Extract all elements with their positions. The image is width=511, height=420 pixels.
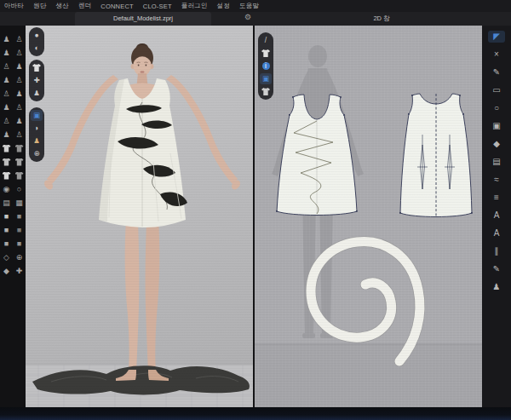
library-garment-icon[interactable]	[0, 141, 13, 155]
show-mannequin-icon[interactable]: ♟	[31, 135, 43, 147]
annotation-tool-icon[interactable]: ▤	[488, 156, 505, 168]
library-pose-icon[interactable]: ♟	[0, 73, 13, 87]
menu-closet[interactable]: CLO-SET	[143, 3, 172, 10]
pattern-info-icon[interactable]: i	[260, 60, 272, 72]
render-style-icon[interactable]: ◐	[31, 43, 43, 54]
edit-curve-icon[interactable]: /	[260, 35, 272, 46]
rectangle-tool-icon[interactable]: ▭	[488, 84, 505, 96]
library-pose-icon[interactable]: ♙	[13, 32, 26, 46]
library-pose-icon[interactable]: ♟	[13, 114, 26, 128]
library-garment-icon[interactable]	[13, 169, 26, 182]
grade-tool-icon[interactable]: A	[488, 227, 505, 239]
menu-render[interactable]: 렌더	[78, 2, 91, 10]
3d-viewport[interactable]: ●◐ ✚♟ ▣◗♟⊕	[26, 26, 253, 407]
library-pose-icon[interactable]: ♙	[13, 128, 26, 141]
show-avatar-icon[interactable]: ♟	[31, 88, 43, 99]
menu-avatar[interactable]: 아바타	[4, 2, 24, 10]
tab-bar: Default_Modelist.zprj ⚙ 2D 창	[0, 12, 511, 26]
2d-toolbar: /i▣	[258, 32, 273, 100]
transform-pattern-icon[interactable]: ◤	[488, 31, 505, 43]
library-buttonhole-icon[interactable]: ○	[13, 182, 26, 196]
brush-tool-icon[interactable]: ✎	[488, 263, 505, 275]
library-pose-icon[interactable]: ♟	[0, 46, 13, 60]
library-fabric-swatch-icon[interactable]: ■	[13, 223, 26, 237]
library-pose-icon[interactable]: ♙	[13, 46, 26, 60]
edit-pattern-icon[interactable]: ×	[488, 49, 505, 60]
library-pose-icon[interactable]: ♙	[13, 101, 26, 114]
library-hardware-icon[interactable]: ◇	[0, 250, 13, 264]
application-window: 아바타원단생산렌더CONNECTCLO-SET플러그인설정도움말 Default…	[0, 0, 511, 420]
library-fabric-swatch-icon[interactable]: ■	[0, 237, 13, 250]
garment-3d-dress[interactable]	[99, 78, 187, 227]
menu-settings[interactable]: 설정	[217, 2, 230, 10]
library-pose-icon[interactable]: ♟	[0, 101, 13, 114]
circle-tool-icon[interactable]: ○	[488, 102, 505, 114]
library-garment-icon[interactable]	[0, 169, 13, 182]
show-stitches-icon[interactable]: ◗	[31, 123, 43, 134]
menu-production[interactable]: 생산	[56, 2, 69, 10]
library-puckering-icon[interactable]: ▦	[13, 196, 26, 210]
edit-curve-icon[interactable]: ✎	[488, 66, 505, 78]
library-pose-icon[interactable]: ♟	[0, 32, 13, 46]
library-pose-icon[interactable]: ♙	[0, 60, 13, 73]
image-tool-icon[interactable]: ▣	[488, 120, 505, 132]
menu-fabric[interactable]: 원단	[33, 2, 46, 10]
library-pose-icon[interactable]: ♙	[13, 73, 26, 87]
pattern-back[interactable]	[399, 94, 473, 217]
library-pose-icon[interactable]: ♟	[0, 128, 13, 141]
barcode-tool-icon[interactable]: ∥	[488, 245, 505, 257]
3d-toolbar-view: ●◐	[29, 27, 44, 56]
scene-view-icon[interactable]: ●	[31, 30, 43, 41]
show-environment-icon[interactable]: ⊕	[31, 148, 43, 159]
library-button-icon[interactable]: ◉	[0, 182, 13, 196]
library-garment-icon[interactable]	[13, 155, 26, 169]
2d-viewport[interactable]: /i▣	[255, 26, 482, 407]
seam-tool-icon[interactable]: ≈	[488, 174, 505, 186]
library-pose-icon[interactable]: ♟	[13, 60, 26, 73]
library-zipper-icon[interactable]: ⊕	[13, 250, 26, 264]
show-garment-icon[interactable]	[31, 62, 43, 73]
library-fabric-swatch-icon[interactable]: ■	[0, 223, 13, 237]
menu-help[interactable]: 도움말	[239, 2, 259, 10]
pin-icon[interactable]: ✚	[31, 75, 43, 86]
library-add-icon[interactable]: ✚	[13, 264, 26, 278]
library-fabric-swatch-icon[interactable]: ■	[0, 210, 13, 223]
library-garment-icon[interactable]	[0, 155, 13, 169]
show-3d-pattern-icon[interactable]: ▣	[31, 110, 43, 121]
show-3d-pattern-icon[interactable]: ▣	[260, 73, 272, 84]
3d-toolbar-display: ▣◗♟⊕	[29, 107, 44, 162]
3d-toolbar-show: ✚♟	[29, 60, 44, 101]
viewport-settings-icon[interactable]: ⚙	[244, 13, 251, 21]
2d-floor-line	[255, 344, 482, 407]
2d-scene	[255, 26, 482, 407]
library-fabric-swatch-icon[interactable]: ■	[13, 237, 26, 250]
show-base-pattern-icon[interactable]	[260, 86, 272, 97]
menu-bar: 아바타원단생산렌더CONNECTCLO-SET플러그인설정도움말	[0, 0, 511, 12]
text-tool-icon[interactable]: A	[488, 210, 505, 222]
project-tab[interactable]: Default_Modelist.zprj	[75, 12, 211, 26]
layers-icon[interactable]: ≡	[488, 192, 505, 204]
mannequin-tool-icon[interactable]: ♟	[488, 281, 505, 293]
dart-tool-icon[interactable]: ◆	[488, 138, 505, 150]
library-pose-icon[interactable]: ♟	[13, 87, 26, 101]
menu-plugin[interactable]: 플러그인	[181, 2, 208, 10]
monitor-bezel	[0, 407, 511, 420]
library-trim-icon[interactable]: ◆	[0, 264, 13, 278]
library-pose-icon[interactable]: ♙	[0, 114, 13, 128]
library-garment-icon[interactable]	[13, 141, 26, 155]
library-topstitch-icon[interactable]: ▤	[0, 196, 13, 210]
library-strip: ♟♙♟♙♙♟♟♙♙♟♟♙♙♟♟♙◉○▤▦■■■■■■◇⊕◆✚	[0, 26, 26, 420]
pattern-tool-strip: ◤×✎▭○▣◆▤≈≡AA∥✎♟	[482, 26, 511, 407]
3d-scene	[26, 26, 253, 407]
library-fabric-swatch-icon[interactable]: ■	[13, 210, 26, 223]
2d-window-title: 2D 창	[341, 12, 422, 26]
show-pattern-icon[interactable]	[260, 48, 272, 59]
menu-connect[interactable]: CONNECT	[100, 3, 133, 10]
library-pose-icon[interactable]: ♙	[0, 87, 13, 101]
